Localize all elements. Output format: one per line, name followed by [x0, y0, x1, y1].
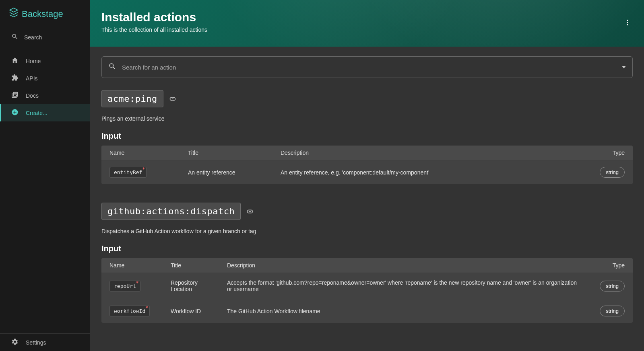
param-description: An entity reference, e.g. 'component:def… [272, 160, 576, 185]
header-more-button[interactable] [620, 15, 635, 32]
nav-item-apis[interactable]: APIs [0, 70, 90, 87]
input-table: NameTitleDescriptionTyperepoUrlRepositor… [101, 258, 633, 323]
search-icon [108, 62, 116, 72]
sidebar-search-label: Search [24, 34, 42, 41]
param-name: entityRef [109, 167, 147, 178]
action-search-box[interactable] [101, 56, 633, 78]
home-icon [11, 57, 19, 65]
nav-item-home[interactable]: Home [0, 52, 90, 70]
nav-item-docs[interactable]: Docs [0, 87, 90, 104]
table-row: repoUrlRepository LocationAccepts the fo… [101, 273, 633, 299]
sidebar: Backstage Search Home APIs Docs [0, 0, 90, 351]
param-type: string [600, 306, 625, 316]
nav-item-settings[interactable]: Settings [0, 334, 90, 351]
param-type: string [600, 167, 625, 178]
action-name: acme:ping [101, 90, 163, 107]
nav-item-label: APIs [26, 75, 38, 82]
nav-item-create[interactable]: Create... [0, 104, 90, 121]
th-title: Title [180, 146, 272, 160]
param-title: An entity reference [180, 160, 272, 185]
page-subtitle: This is the collection of all installed … [101, 27, 633, 33]
library-books-icon [11, 91, 19, 100]
nav-item-label: Home [26, 58, 41, 64]
param-title: Repository Location [163, 273, 219, 299]
add-circle-icon [11, 109, 19, 117]
action-description: Dispatches a GitHub Action workflow for … [101, 228, 633, 234]
more-vert-icon [623, 21, 632, 28]
nav: Home APIs Docs Create... [0, 48, 90, 333]
input-section-title: Input [101, 244, 633, 253]
brand-name: Backstage [22, 9, 63, 19]
action-search-input[interactable] [122, 64, 616, 71]
action-name: github:actions:dispatch [101, 203, 241, 220]
th-name: Name [101, 258, 163, 273]
link-icon[interactable] [168, 94, 177, 103]
brand[interactable]: Backstage [0, 0, 90, 28]
content: acme:pingPings an external serviceInputN… [90, 47, 644, 351]
action-description: Pings an external service [101, 115, 633, 122]
input-table: NameTitleDescriptionTypeentityRefAn enti… [101, 146, 633, 184]
th-type: Type [576, 146, 633, 160]
chevron-down-icon[interactable] [622, 66, 626, 68]
param-name: repoUrl [109, 281, 140, 291]
link-icon[interactable] [246, 207, 254, 216]
nav-item-label: Docs [26, 92, 39, 99]
search-icon [11, 33, 19, 41]
gear-icon [11, 338, 19, 347]
param-description: The GitHub Action Workflow filename [219, 299, 588, 323]
backstage-logo-icon [9, 7, 19, 21]
param-title: Workflow ID [163, 299, 219, 323]
page-title: Installed actions [101, 10, 633, 24]
th-description: Description [219, 258, 588, 273]
page-header: Installed actions This is the collection… [90, 0, 644, 47]
table-row: entityRefAn entity referenceAn entity re… [101, 160, 633, 185]
extension-icon [11, 74, 19, 82]
th-description: Description [272, 146, 576, 160]
nav-item-label: Create... [26, 110, 47, 116]
input-section-title: Input [101, 131, 633, 141]
sidebar-search[interactable]: Search [0, 28, 90, 48]
th-title: Title [163, 258, 219, 273]
table-row: workflowIdWorkflow IDThe GitHub Action W… [101, 299, 633, 323]
param-type: string [600, 281, 625, 291]
th-name: Name [101, 146, 180, 160]
main: Installed actions This is the collection… [90, 0, 644, 351]
action-block: acme:pingPings an external serviceInputN… [101, 90, 633, 184]
nav-item-label: Settings [26, 339, 46, 346]
param-description: Accepts the format 'github.com?repo=repo… [219, 273, 588, 299]
action-block: github:actions:dispatchDispatches a GitH… [101, 203, 633, 323]
param-name: workflowId [109, 306, 150, 316]
th-type: Type [588, 258, 633, 273]
